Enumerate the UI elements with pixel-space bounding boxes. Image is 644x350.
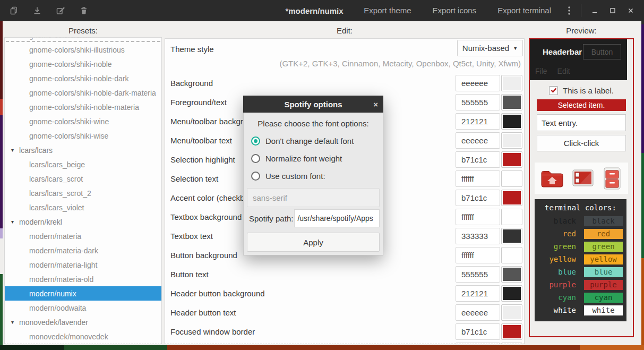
preset-label: gnome-colors/shiki-wise: [29, 132, 108, 140]
preset-item[interactable]: lcars/lcars_scrot: [5, 172, 161, 186]
color-hex-input[interactable]: b71c1c: [456, 323, 500, 340]
color-hex-input[interactable]: b71c1c: [456, 190, 500, 206]
preset-item[interactable]: modern/materia-dark: [5, 243, 161, 258]
app-window: *modern/numix Export theme Export icons …: [0, 0, 644, 350]
color-hex-input[interactable]: eeeeee: [456, 132, 500, 149]
spotify-path-input[interactable]: [294, 209, 380, 227]
color-swatch-button[interactable]: [501, 285, 522, 302]
checkmark-icon: [551, 88, 557, 93]
preset-item[interactable]: modern/materia-old: [5, 272, 161, 286]
color-swatch-button[interactable]: [501, 94, 522, 110]
maximize-button[interactable]: [604, 0, 622, 21]
preset-item[interactable]: lcars/lcars_scrot_2: [5, 186, 161, 200]
color-hex-input[interactable]: eeeeee: [456, 75, 500, 91]
font-option-radio[interactable]: Use custom font:: [247, 167, 380, 185]
preset-item[interactable]: gnome-colors/shiki-noble: [5, 57, 161, 71]
preset-item[interactable]: gnome-colors/shiki-noble-dark: [5, 71, 161, 86]
color-hex-input[interactable]: 555555: [456, 94, 500, 110]
preset-item[interactable]: ▾modern/krekl: [5, 215, 161, 229]
preset-item[interactable]: lcars/lcars_violet: [5, 200, 161, 215]
expander-triangle-icon[interactable]: ▾: [11, 219, 14, 225]
maximize-icon: [609, 7, 616, 14]
color-option-label: Focused window border: [165, 327, 456, 336]
preset-item[interactable]: gnome-colors/shiki-noble-materia: [5, 100, 161, 114]
custom-font-input[interactable]: [247, 188, 380, 207]
delete-theme-button[interactable]: [78, 5, 90, 16]
preview-checkbox[interactable]: [549, 86, 558, 95]
desktop-edge-left: [0, 21, 3, 345]
theme-style-value: Numix-based: [462, 44, 509, 53]
dialog-close-button[interactable]: ×: [373, 96, 378, 113]
color-hex-input[interactable]: b71c1c: [456, 151, 500, 168]
preset-item[interactable]: lcars/lcars_beige: [5, 157, 161, 172]
color-hex-input[interactable]: [456, 343, 500, 345]
copy-icon: [9, 6, 19, 15]
color-hex-input[interactable]: 333333: [456, 228, 500, 244]
color-swatch-button[interactable]: [501, 323, 522, 340]
export-icons-button[interactable]: Export icons: [422, 0, 487, 21]
color-swatch-button[interactable]: [501, 228, 522, 244]
preview-menu-edit[interactable]: Edit: [557, 67, 570, 75]
color-swatch-button[interactable]: [501, 132, 522, 149]
color-hex-input[interactable]: ffffff: [456, 247, 500, 263]
color-swatch-button[interactable]: [501, 247, 522, 263]
preset-item[interactable]: ▾monovedek/lavender: [5, 315, 161, 329]
menu-kebab-button[interactable]: [562, 0, 577, 21]
clone-theme-button[interactable]: [8, 5, 20, 16]
color-hex-input[interactable]: ffffff: [456, 209, 500, 225]
preview-checkbox-row: This is a label.: [530, 84, 633, 96]
preset-item[interactable]: modern/materia-light: [5, 258, 161, 272]
preset-item[interactable]: gnome-colors/shiki-wine: [5, 114, 161, 129]
import-theme-button[interactable]: [31, 5, 43, 16]
color-swatch-button[interactable]: [501, 266, 522, 283]
preview-menu-file[interactable]: File: [535, 67, 547, 75]
preset-item[interactable]: modern/oodwaita: [5, 301, 161, 315]
export-terminal-button[interactable]: Export terminal: [487, 0, 562, 21]
preset-item[interactable]: ▾lcars/lcars: [5, 143, 161, 157]
color-swatch-button[interactable]: [501, 190, 522, 206]
color-swatch-button[interactable]: [501, 170, 522, 187]
preview-text-entry[interactable]: [537, 114, 626, 131]
preview-selected-item[interactable]: Selected item.: [537, 99, 626, 111]
terminal-color-swatch: red: [584, 229, 623, 239]
color-swatch-button[interactable]: [501, 343, 522, 345]
radio-icon[interactable]: [251, 172, 260, 181]
preset-item[interactable]: gnome-colors/shiki-noble-dark-materia: [5, 86, 161, 100]
preset-label: lcars/lcars_scrot: [29, 175, 83, 183]
radio-icon[interactable]: [251, 154, 260, 163]
preset-item[interactable]: modern/materia: [5, 229, 161, 243]
color-hex-input[interactable]: ffffff: [456, 170, 500, 187]
close-button[interactable]: [622, 0, 640, 21]
preset-item[interactable]: gnome-colors/shiki-wise: [5, 129, 161, 143]
color-swatch-button[interactable]: [501, 209, 522, 225]
minimize-button[interactable]: [586, 0, 604, 21]
preview-click-button[interactable]: Click-click: [537, 135, 626, 151]
font-option-radio[interactable]: Don't change default font: [247, 132, 380, 150]
preview-headerbar-button[interactable]: Button: [583, 44, 621, 59]
color-hex-input[interactable]: 555555: [456, 266, 500, 283]
expander-triangle-icon[interactable]: ▾: [11, 319, 14, 325]
font-option-radio[interactable]: Normalize font weight: [247, 150, 380, 167]
radio-icon[interactable]: [251, 136, 260, 146]
color-swatch-button[interactable]: [501, 304, 522, 321]
color-option-row: Header button texteeeeee: [165, 303, 524, 322]
rename-theme-button[interactable]: [55, 5, 66, 16]
color-option-row-clipped: [165, 341, 524, 344]
expander-triangle-icon[interactable]: ▾: [11, 147, 14, 153]
preset-item[interactable]: gnome-colors/shiki-illustrious: [5, 42, 161, 57]
color-option-row: Backgroundeeeeee: [165, 73, 524, 92]
preset-label: modern/krekl: [19, 218, 62, 226]
apply-button[interactable]: Apply: [247, 233, 380, 252]
color-swatch-button[interactable]: [501, 113, 522, 130]
color-hex-input[interactable]: 212121: [456, 285, 500, 302]
color-swatch-button[interactable]: [501, 151, 522, 168]
color-hex-input[interactable]: 212121: [456, 113, 500, 130]
theme-style-dropdown[interactable]: Numix-based ▼: [457, 40, 523, 56]
preset-item[interactable]: modern/numix: [5, 286, 161, 301]
preset-item[interactable]: monovedek/monovedek: [5, 329, 161, 344]
color-swatch-button[interactable]: [501, 75, 522, 91]
color-option-row: Header button background212121: [165, 284, 524, 303]
color-hex-input[interactable]: eeeeee: [456, 304, 500, 321]
export-theme-button[interactable]: Export theme: [353, 0, 422, 21]
color-swatch-fill: [503, 229, 521, 243]
